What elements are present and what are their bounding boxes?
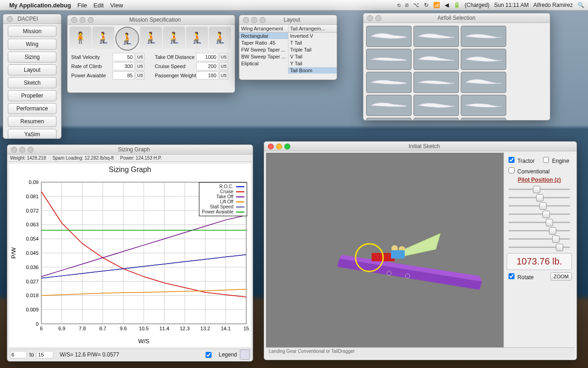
sketch-3d-view[interactable]: Tractor Engine Conventional Pilot Positi… xyxy=(266,153,575,358)
close-icon[interactable] xyxy=(7,16,13,22)
dacpei-mission-button[interactable]: Mission xyxy=(8,26,57,37)
pilot-pose-7[interactable]: 🧎 xyxy=(209,27,231,49)
min-icon[interactable] xyxy=(19,147,25,153)
wifi-icon[interactable]: 📶 xyxy=(433,2,440,8)
airfoil-option-5[interactable] xyxy=(413,49,459,70)
tail-option[interactable]: V Tail xyxy=(288,53,337,60)
unit-toggle[interactable]: US xyxy=(219,62,228,70)
airfoil-option-2[interactable] xyxy=(413,26,459,47)
wing-option[interactable]: BW Sweep Taper ... xyxy=(239,53,288,60)
unit-toggle[interactable]: US xyxy=(136,71,145,80)
pilot-position-link[interactable]: Pilot Position (z) xyxy=(507,177,572,183)
param-value[interactable]: 300 xyxy=(113,62,135,70)
volume-icon[interactable]: ◀ xyxy=(445,2,449,8)
dacpei-sketch-button[interactable]: Sketch xyxy=(8,77,57,88)
unit-toggle[interactable]: US xyxy=(136,62,145,70)
airfoil-option-7[interactable] xyxy=(366,72,412,93)
engine-checkbox[interactable]: Engine xyxy=(541,155,569,164)
airfoil-option-3[interactable] xyxy=(461,26,506,47)
close-icon[interactable] xyxy=(243,17,249,23)
zoom-icon[interactable] xyxy=(260,17,266,23)
ws-from-input[interactable] xyxy=(10,351,27,358)
tail-option[interactable]: Y Tail xyxy=(288,60,337,67)
pilot-pose-6[interactable]: 🧎 xyxy=(186,27,208,49)
tail-arrangement-header[interactable]: Tail Arrangem... xyxy=(288,25,337,33)
unit-toggle[interactable]: US xyxy=(136,53,145,61)
legend-checkbox[interactable]: Legend xyxy=(200,351,237,359)
close-icon[interactable] xyxy=(367,15,373,21)
airfoil-option-14[interactable] xyxy=(413,118,459,121)
ws-to-input[interactable] xyxy=(37,351,53,358)
display-icon[interactable]: ⎚ xyxy=(405,2,408,8)
zoom-button[interactable]: ZOOM xyxy=(550,272,572,281)
tail-option[interactable]: Tail Boom xyxy=(288,67,337,74)
pilot-pose-2[interactable]: 🧎 xyxy=(92,27,114,49)
zoom-icon[interactable] xyxy=(88,17,94,23)
wing-option[interactable]: FW Sweep Taper ... xyxy=(239,46,288,53)
close-icon[interactable] xyxy=(268,144,274,150)
app-name[interactable]: My Application.debug xyxy=(9,2,71,9)
pilot-pose-4[interactable]: 🧎 xyxy=(140,27,162,49)
rotate-checkbox[interactable]: Rotate xyxy=(507,272,534,281)
menu-edit[interactable]: Edit xyxy=(94,2,104,9)
bluetooth-icon[interactable]: ⎋ xyxy=(397,2,401,8)
airfoil-option-15[interactable] xyxy=(461,118,506,121)
airfoil-option-6[interactable] xyxy=(461,49,506,70)
param-value[interactable]: 50 xyxy=(113,53,135,61)
conventional-checkbox[interactable]: Conventional xyxy=(507,166,549,175)
min-icon[interactable] xyxy=(375,15,381,21)
dacpei-layout-button[interactable]: Layout xyxy=(8,64,57,75)
pilot-pose-1[interactable]: 🧍 xyxy=(69,27,91,49)
airfoil-option-9[interactable] xyxy=(461,72,506,93)
sketch-slider-4[interactable] xyxy=(507,210,572,218)
dacpei-performance-button[interactable]: Performance xyxy=(8,103,57,114)
sketch-slider-6[interactable] xyxy=(507,226,572,235)
zoom-icon[interactable] xyxy=(284,144,290,150)
airfoil-option-1[interactable] xyxy=(366,26,412,47)
sizing-chart[interactable]: Sizing Graph 66.97.88.79.610.511.412.313… xyxy=(9,164,251,347)
menu-file[interactable]: File xyxy=(78,2,87,9)
wing-option[interactable]: Taper Ratio .45 xyxy=(239,40,288,46)
dacpei-sizing-button[interactable]: Sizing xyxy=(8,52,57,63)
zoom-icon[interactable] xyxy=(28,147,34,153)
bt-icon[interactable]: ⌥ xyxy=(413,2,419,8)
unit-toggle[interactable]: US xyxy=(219,71,228,80)
airfoil-option-8[interactable] xyxy=(413,72,459,93)
param-value[interactable]: 1000 xyxy=(196,53,218,61)
airfoil-option-10[interactable] xyxy=(366,95,412,116)
tractor-checkbox[interactable]: Tractor xyxy=(507,155,535,164)
airfoil-option-13[interactable] xyxy=(366,118,412,121)
wing-option[interactable]: Rectangular xyxy=(239,33,288,40)
min-icon[interactable] xyxy=(79,17,85,23)
sketch-slider-5[interactable] xyxy=(507,218,572,226)
close-icon[interactable] xyxy=(11,147,17,153)
airfoil-option-12[interactable] xyxy=(461,95,506,116)
param-value[interactable]: 200 xyxy=(196,62,218,70)
wing-arrangement-header[interactable]: Wing Arrangement xyxy=(239,25,288,33)
clock[interactable]: Sun 11:11 AM xyxy=(494,2,529,8)
unit-toggle[interactable]: US xyxy=(219,53,228,61)
sketch-slider-2[interactable] xyxy=(507,193,572,201)
sketch-slider-3[interactable] xyxy=(507,201,572,210)
pilot-pose-3[interactable]: 🧎 xyxy=(115,27,139,51)
tail-option[interactable]: Triple Tail xyxy=(288,46,337,53)
param-value[interactable]: 180 xyxy=(196,71,218,80)
sketch-slider-8[interactable] xyxy=(507,243,572,251)
sketch-slider-7[interactable] xyxy=(507,235,572,243)
tail-option[interactable]: T Tail xyxy=(288,40,337,46)
wing-option[interactable]: Eliptical xyxy=(239,60,288,67)
dacpei-resumen-button[interactable]: Resumen xyxy=(8,116,57,127)
user-menu[interactable]: Alfredo Ramirez xyxy=(533,2,573,8)
dacpei-wing-button[interactable]: Wing xyxy=(8,39,57,50)
spotlight-icon[interactable]: 🔍 xyxy=(577,2,584,8)
airfoil-option-4[interactable] xyxy=(366,49,412,70)
param-value[interactable]: 85 xyxy=(113,71,135,80)
sketch-slider-1[interactable] xyxy=(507,185,572,193)
min-icon[interactable] xyxy=(251,17,257,23)
menu-view[interactable]: View xyxy=(110,2,123,9)
dacpei-propeller-button[interactable]: Propeller xyxy=(8,90,57,101)
pilot-pose-5[interactable]: 🧎 xyxy=(163,27,185,49)
close-icon[interactable] xyxy=(71,17,77,23)
min-icon[interactable] xyxy=(276,144,282,150)
timemachine-icon[interactable]: ↻ xyxy=(424,2,429,8)
